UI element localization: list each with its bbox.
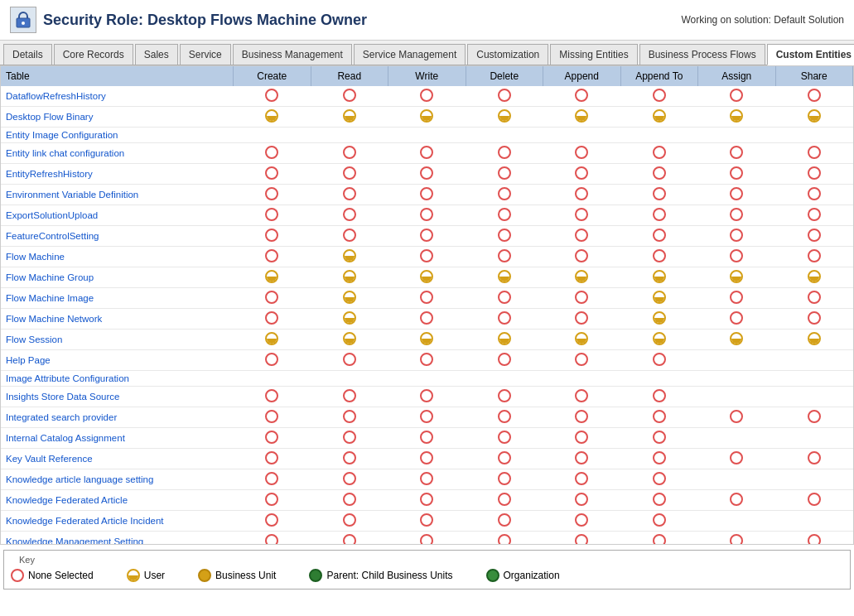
row-entity-name[interactable]: Flow Session [1, 330, 234, 350]
row-append [543, 330, 621, 350]
row-delete [466, 164, 543, 185]
svg-point-1 [22, 22, 25, 25]
row-entity-name[interactable]: Desktop Flow Binary [1, 107, 234, 128]
row-entity-name[interactable]: Entity link chat configuration [1, 143, 234, 164]
row-entity-name[interactable]: Help Page [1, 350, 234, 371]
tab-business-management[interactable]: Business Management [233, 44, 352, 65]
row-entity-name[interactable]: Flow Machine Image [1, 288, 234, 309]
row-appendTo [620, 288, 698, 309]
row-append [543, 288, 621, 309]
row-assign [698, 164, 776, 185]
row-create [234, 128, 311, 143]
tab-customization[interactable]: Customization [467, 44, 548, 65]
row-assign [698, 371, 776, 387]
row-entity-name[interactable]: Knowledge Federated Article Incident [1, 511, 234, 532]
table-row: Help Page [1, 350, 853, 371]
row-delete [466, 247, 543, 267]
row-delete [466, 309, 543, 330]
row-entity-name[interactable]: Knowledge Management Setting [1, 532, 234, 546]
row-entity-name[interactable]: ExportSolutionUpload [1, 205, 234, 226]
row-delete [466, 143, 543, 164]
row-entity-name[interactable]: Environment Variable Definition [1, 185, 234, 205]
row-share [775, 226, 853, 247]
tab-details[interactable]: Details [3, 44, 52, 65]
row-entity-name[interactable]: Flow Machine [1, 247, 234, 267]
row-write [388, 128, 466, 143]
row-append [543, 469, 621, 490]
row-entity-name[interactable]: Flow Machine Network [1, 309, 234, 330]
row-appendTo [620, 490, 698, 511]
row-assign [698, 387, 776, 407]
row-assign [698, 469, 776, 490]
key-item-label: Organization [504, 570, 560, 581]
tab-service-management[interactable]: Service Management [354, 44, 466, 65]
row-append [543, 107, 621, 128]
col-header-append: Append [543, 66, 621, 86]
table-row: Knowledge Federated Article Incident [1, 511, 853, 532]
row-delete [466, 511, 543, 532]
row-create [234, 226, 311, 247]
row-create [234, 449, 311, 469]
page-title: Security Role: Desktop Flows Machine Own… [43, 12, 367, 29]
row-write [388, 267, 466, 288]
row-read [311, 309, 388, 330]
tab-bar: DetailsCore RecordsSalesServiceBusiness … [0, 41, 854, 65]
row-entity-name[interactable]: Flow Machine Group [1, 267, 234, 288]
row-write [388, 247, 466, 267]
row-entity-name[interactable]: Insights Store Data Source [1, 387, 234, 407]
row-entity-name[interactable]: Entity Image Configuration [1, 128, 234, 143]
row-assign [698, 511, 776, 532]
row-entity-name[interactable]: Image Attribute Configuration [1, 371, 234, 387]
row-create [234, 511, 311, 532]
row-delete [466, 490, 543, 511]
tab-custom-entities[interactable]: Custom Entities [767, 44, 854, 65]
row-appendTo [620, 407, 698, 428]
tab-missing-entities[interactable]: Missing Entities [550, 44, 637, 65]
row-appendTo [620, 469, 698, 490]
row-entity-name[interactable]: Key Vault Reference [1, 449, 234, 469]
row-entity-name[interactable]: Knowledge article language setting [1, 469, 234, 490]
row-delete [466, 107, 543, 128]
row-entity-name[interactable]: EntityRefreshHistory [1, 164, 234, 185]
row-assign [698, 128, 776, 143]
row-share [775, 428, 853, 449]
row-create [234, 387, 311, 407]
tab-sales[interactable]: Sales [135, 44, 178, 65]
key-title: Key [16, 555, 38, 565]
tab-core-records[interactable]: Core Records [54, 44, 133, 65]
table-row: FeatureControlSetting [1, 226, 853, 247]
row-appendTo [620, 164, 698, 185]
table-row: Desktop Flow Binary [1, 107, 853, 128]
row-read [311, 350, 388, 371]
tab-business-process-flows[interactable]: Business Process Flows [639, 44, 765, 65]
row-append [543, 128, 621, 143]
row-append [543, 511, 621, 532]
row-entity-name[interactable]: Internal Catalog Assignment [1, 428, 234, 449]
row-read [311, 428, 388, 449]
row-append [543, 143, 621, 164]
row-write [388, 490, 466, 511]
col-header-delete: Delete [466, 66, 543, 86]
row-entity-name[interactable]: FeatureControlSetting [1, 226, 234, 247]
key-section: Key None SelectedUserBusiness UnitParent… [3, 550, 851, 590]
col-header-create: Create [234, 66, 311, 86]
tab-service[interactable]: Service [180, 44, 231, 65]
table-row: Environment Variable Definition [1, 185, 853, 205]
row-read [311, 226, 388, 247]
key-item-none: None Selected [11, 569, 94, 582]
permissions-table-container[interactable]: TableCreateReadWriteDeleteAppendAppend T… [0, 65, 854, 545]
row-create [234, 143, 311, 164]
row-write [388, 205, 466, 226]
table-row: ExportSolutionUpload [1, 205, 853, 226]
row-entity-name[interactable]: DataflowRefreshHistory [1, 86, 234, 107]
row-entity-name[interactable]: Knowledge Federated Article [1, 490, 234, 511]
row-create [234, 469, 311, 490]
row-assign [698, 185, 776, 205]
table-row: DataflowRefreshHistory [1, 86, 853, 107]
row-create [234, 428, 311, 449]
row-delete [466, 428, 543, 449]
row-entity-name[interactable]: Integrated search provider [1, 407, 234, 428]
row-write [388, 86, 466, 107]
row-appendTo [620, 107, 698, 128]
table-row: EntityRefreshHistory [1, 164, 853, 185]
